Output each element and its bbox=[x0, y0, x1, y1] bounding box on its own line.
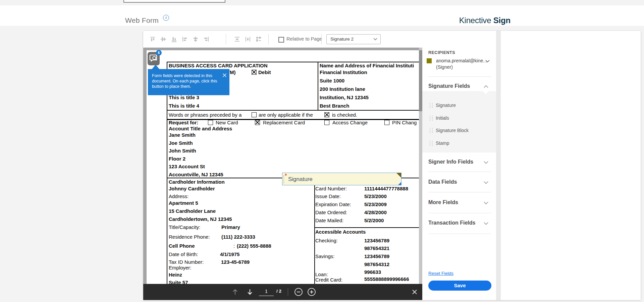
field-item-stamp[interactable]: Stamp bbox=[436, 140, 449, 146]
sidebar-divider bbox=[428, 192, 491, 192]
institution-line: Best Branch bbox=[320, 103, 349, 109]
cell-phone-label: Cell Phone bbox=[169, 243, 195, 249]
drag-handle-icon bbox=[430, 128, 433, 133]
table-border bbox=[167, 62, 419, 62]
institution-line: Institution, NJ 12345 bbox=[320, 95, 369, 100]
tax-id-value: 123-45-6789 bbox=[221, 259, 250, 265]
loan-value: 996633 bbox=[364, 269, 381, 275]
field-edit-toolbar: Relative to Page Signature 2 bbox=[143, 31, 422, 48]
previous-page-button[interactable] bbox=[231, 284, 239, 300]
chevron-down-icon[interactable] bbox=[485, 60, 490, 63]
drag-handle-icon bbox=[430, 141, 433, 146]
field-item-signature-block[interactable]: Signature Block bbox=[436, 128, 469, 133]
section-more-fields[interactable]: More Fields bbox=[428, 199, 458, 205]
words-middle: are only applicable if the bbox=[259, 112, 313, 118]
field-selector[interactable]: Signature 2 bbox=[326, 34, 381, 44]
table-border bbox=[167, 110, 419, 111]
align-bottom-icon[interactable] bbox=[170, 35, 178, 43]
employer-label: Employer: bbox=[169, 265, 192, 270]
align-middle-icon[interactable] bbox=[159, 35, 167, 43]
page-title: Web Form bbox=[125, 16, 159, 24]
align-left-icon[interactable] bbox=[181, 35, 189, 43]
residence-phone-value: (111) 222-3333 bbox=[221, 234, 255, 240]
account-header: Account Title and Address bbox=[169, 126, 232, 131]
zoom-in-button[interactable] bbox=[307, 284, 316, 300]
title-capacity-label: Title/Capacity: bbox=[169, 224, 200, 230]
institution-line: 200 Institution lane bbox=[320, 86, 365, 92]
title-capacity-value: Primary bbox=[221, 224, 240, 230]
replacement-card-checkbox bbox=[255, 120, 260, 125]
relative-to-page-label: Relative to Page bbox=[286, 36, 322, 42]
align-center-icon[interactable] bbox=[192, 35, 200, 43]
app-header: Web Form i Kinective Sign bbox=[0, 5, 644, 26]
recipient-name: anoma.premalal@kine... bbox=[436, 58, 487, 63]
required-asterisk: * bbox=[285, 173, 287, 179]
accessible-accounts-header: Accessible Accounts bbox=[315, 229, 366, 235]
request-option: New Card bbox=[216, 120, 238, 125]
sidebar-divider bbox=[428, 213, 491, 213]
words-checked-checkbox bbox=[324, 112, 329, 117]
section-signature-fields[interactable]: Signature Fields bbox=[428, 83, 470, 89]
align-right-icon[interactable] bbox=[202, 35, 210, 43]
brand-logo: Kinective Sign bbox=[459, 16, 511, 25]
main-panel: Relative to Page Signature 2 BUSINESS A bbox=[143, 31, 641, 300]
chevron-down-icon[interactable] bbox=[484, 222, 488, 225]
info-icon[interactable]: i bbox=[163, 15, 169, 21]
cell-phone-sep: : bbox=[233, 243, 235, 249]
sidebar-divider bbox=[428, 234, 491, 234]
reset-fields-link[interactable]: Reset Fields bbox=[428, 271, 453, 276]
app-window: Web Form i Kinective Sign bbox=[0, 0, 644, 302]
chevron-down-icon[interactable] bbox=[484, 161, 488, 164]
distribute-vertically-icon[interactable] bbox=[233, 35, 241, 43]
section-data-fields[interactable]: Data Fields bbox=[428, 179, 457, 185]
place-detected-fields-button[interactable]: 6 bbox=[148, 52, 160, 65]
toolbar-divider bbox=[321, 34, 322, 45]
new-card-checkbox bbox=[208, 120, 213, 125]
sidebar-scrollbar[interactable] bbox=[496, 31, 501, 300]
save-button[interactable]: Save bbox=[428, 281, 491, 291]
viewer-control-bar: 1 / 2 bbox=[143, 284, 422, 300]
card-row-label: Issue Date: bbox=[315, 193, 341, 199]
recipients-header: RECIPIENTS bbox=[428, 50, 455, 55]
sidebar-divider bbox=[428, 172, 491, 172]
chevron-down-icon[interactable] bbox=[484, 201, 488, 204]
card-row-value: 5/2/2000 bbox=[364, 218, 384, 223]
recipient-color-swatch bbox=[427, 58, 432, 63]
align-top-icon[interactable] bbox=[149, 35, 157, 43]
section-transaction-fields[interactable]: Transaction Fields bbox=[428, 220, 475, 226]
relative-to-page-checkbox[interactable] bbox=[278, 37, 284, 43]
dob-label: Date of Birth: bbox=[169, 251, 198, 257]
toolbar-divider bbox=[268, 34, 269, 45]
drag-handle-icon bbox=[430, 103, 433, 108]
tooltip-arrow bbox=[152, 65, 159, 69]
zoom-out-button[interactable] bbox=[294, 284, 303, 300]
viewer-scrollbar-thumb[interactable] bbox=[419, 50, 422, 111]
signature-field-overlay[interactable]: * Signature bbox=[282, 173, 401, 185]
distribute-horizontally-icon[interactable] bbox=[244, 35, 252, 43]
field-item-signature[interactable]: Signature bbox=[436, 103, 456, 108]
match-size-icon[interactable] bbox=[255, 35, 263, 43]
address-line: Apartment 5 bbox=[169, 200, 198, 206]
words-unchecked-checkbox bbox=[252, 112, 257, 117]
field-selector-value: Signature 2 bbox=[330, 37, 354, 42]
signature-field-label: Signature bbox=[288, 176, 313, 183]
chevron-down-icon[interactable] bbox=[484, 181, 488, 184]
panel-notch bbox=[483, 91, 489, 94]
tax-id-label: Tax ID Number: bbox=[169, 259, 204, 265]
section-signer-info-fields[interactable]: Signer Info Fields bbox=[428, 159, 473, 165]
page-number-input[interactable]: 1 bbox=[259, 287, 274, 296]
next-page-button[interactable] bbox=[246, 284, 254, 300]
checking-value: 123456789 bbox=[364, 238, 389, 243]
request-option: Replacement Card bbox=[263, 120, 305, 125]
card-row-label: Expiration Date: bbox=[315, 201, 351, 207]
request-option: PIN Chang bbox=[392, 120, 417, 125]
field-item-initials[interactable]: Initials bbox=[436, 115, 449, 121]
resize-handle[interactable] bbox=[398, 182, 401, 185]
chevron-down-icon bbox=[373, 38, 377, 41]
cell-phone-value: (222) 555-8888 bbox=[237, 243, 271, 249]
close-viewer-button[interactable] bbox=[412, 284, 417, 300]
viewer-scrollbar-track[interactable] bbox=[419, 48, 422, 284]
brand-regular: Kinective bbox=[459, 16, 491, 25]
chevron-up-icon[interactable] bbox=[484, 85, 488, 88]
tooltip-close-icon[interactable] bbox=[222, 73, 227, 77]
